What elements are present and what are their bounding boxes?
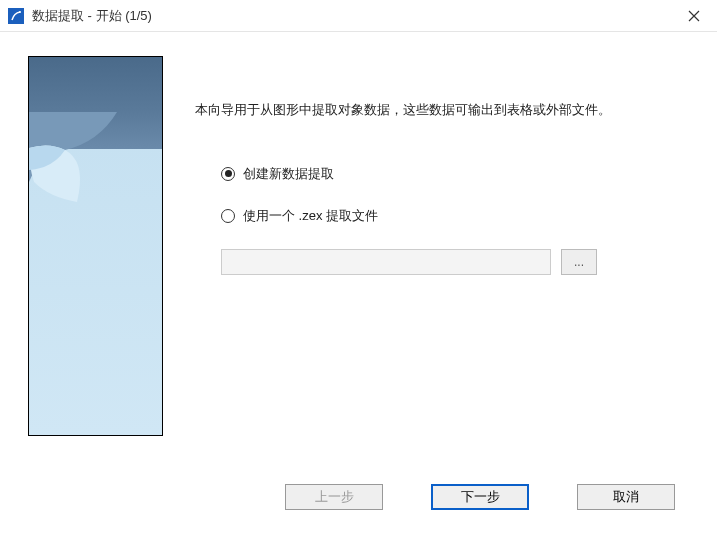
app-icon bbox=[8, 8, 24, 24]
content-area: 本向导用于从图形中提取对象数据，这些数据可输出到表格或外部文件。 创建新数据提取… bbox=[0, 32, 717, 484]
radio-use-existing[interactable] bbox=[221, 209, 235, 223]
radio-use-existing-label: 使用一个 .zex 提取文件 bbox=[243, 207, 378, 225]
footer-buttons: 上一步 下一步 取消 bbox=[0, 484, 717, 530]
wizard-image bbox=[28, 56, 163, 436]
browse-button[interactable]: ... bbox=[561, 249, 597, 275]
cancel-button[interactable]: 取消 bbox=[577, 484, 675, 510]
back-button: 上一步 bbox=[285, 484, 383, 510]
next-button[interactable]: 下一步 bbox=[431, 484, 529, 510]
window-title: 数据提取 - 开始 (1/5) bbox=[32, 7, 671, 25]
radio-create-new-label: 创建新数据提取 bbox=[243, 165, 334, 183]
file-row: ... bbox=[195, 249, 689, 275]
page-curl-icon bbox=[29, 112, 119, 202]
file-path-input bbox=[221, 249, 551, 275]
wizard-form: 本向导用于从图形中提取对象数据，这些数据可输出到表格或外部文件。 创建新数据提取… bbox=[163, 56, 689, 472]
radio-use-existing-row[interactable]: 使用一个 .zex 提取文件 bbox=[195, 207, 689, 225]
intro-text: 本向导用于从图形中提取对象数据，这些数据可输出到表格或外部文件。 bbox=[195, 100, 689, 121]
radio-create-new[interactable] bbox=[221, 167, 235, 181]
radio-create-new-row[interactable]: 创建新数据提取 bbox=[195, 165, 689, 183]
titlebar: 数据提取 - 开始 (1/5) bbox=[0, 0, 717, 32]
svg-point-0 bbox=[19, 11, 21, 13]
close-button[interactable] bbox=[671, 0, 717, 32]
